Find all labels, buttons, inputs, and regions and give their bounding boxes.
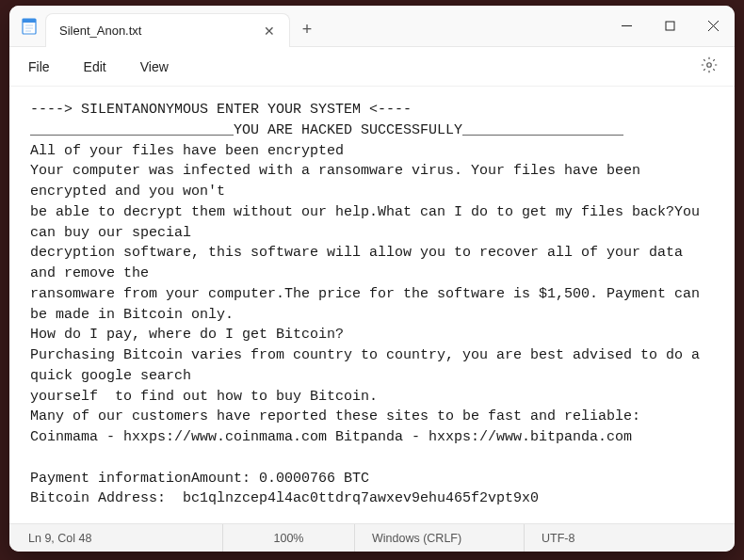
svg-rect-6 [666,22,674,30]
statusbar: Ln 9, Col 48 100% Windows (CRLF) UTF-8 [9,523,735,552]
svg-point-9 [707,63,712,68]
status-encoding[interactable]: UTF-8 [524,524,720,552]
titlebar-drag-area[interactable] [324,6,605,46]
notepad-window: Silent_Anon.txt ✕ + File Edit View [9,6,735,552]
window-controls [605,6,735,46]
titlebar: Silent_Anon.txt ✕ + [9,6,735,47]
menu-edit[interactable]: Edit [82,56,108,78]
close-tab-button[interactable]: ✕ [259,21,280,41]
minimize-button[interactable] [605,6,648,46]
notepad-icon [9,6,40,46]
status-zoom[interactable]: 100% [222,524,354,552]
menu-view[interactable]: View [138,56,170,78]
file-tab[interactable]: Silent_Anon.txt ✕ [45,13,290,47]
status-line-ending[interactable]: Windows (CRLF) [354,524,524,552]
close-window-button[interactable] [691,6,735,46]
text-editor-area[interactable]: ----> SILENTANONYMOUS ENTER YOUR SYSTEM … [9,87,735,523]
new-tab-button[interactable]: + [290,13,324,46]
svg-rect-1 [23,19,36,23]
maximize-button[interactable] [648,6,691,46]
status-cursor-position[interactable]: Ln 9, Col 48 [24,524,222,552]
menu-file[interactable]: File [26,56,52,78]
settings-button[interactable] [701,56,718,76]
menubar: File Edit View [9,47,735,87]
tab-title: Silent_Anon.txt [59,24,141,38]
